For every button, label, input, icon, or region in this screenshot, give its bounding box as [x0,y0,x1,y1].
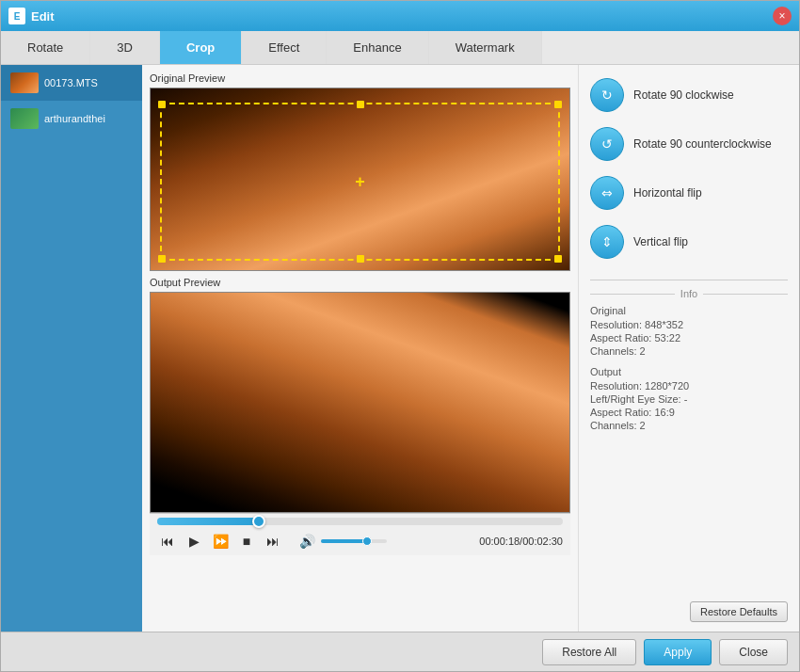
sidebar-item-label-2: arthurandthei [44,113,105,124]
app-icon: E [8,8,25,24]
volume-thumb[interactable] [362,536,372,546]
close-window-button[interactable]: × [773,7,792,25]
info-original-group: Original Resolution: 848*352 Aspect Rati… [590,305,788,357]
flip-h-label: Horizontal flip [633,186,702,200]
info-original-aspect: Aspect Ratio: 53:22 [590,332,788,344]
rotate-cw-row: ↻ Rotate 90 clockwise [590,74,788,116]
playback-controls: ⏮ ▶ ⏩ ■ ⏭ 🔊 00:00:18/00:02:30 [150,513,570,555]
skip-back-button[interactable]: ⏮ [157,531,178,552]
main-content: 00173.MTS arthurandthei Original Preview [1,65,799,632]
rotate-cw-icon[interactable]: ↻ [590,78,624,112]
thumb-image-2 [10,108,39,129]
sidebar-item-file2[interactable]: arthurandthei [1,101,142,136]
info-original-title: Original [590,305,788,316]
volume-fill [321,539,367,543]
apply-button[interactable]: Apply [644,639,712,665]
edit-window: E Edit × Rotate 3D Crop Effect Enhance W… [0,0,800,672]
info-output-eye-size: Left/Right Eye Size: - [590,393,788,405]
tab-crop[interactable]: Crop [160,31,242,64]
rotate-ccw-row: ↺ Rotate 90 counterclockwise [590,123,788,165]
flip-v-row: ⇕ Vertical flip [590,221,788,263]
close-button[interactable]: Close [719,639,788,665]
flip-h-row: ⇔ Horizontal flip [590,172,788,214]
rotate-ccw-icon[interactable]: ↺ [590,127,624,161]
restore-all-button[interactable]: Restore All [542,639,636,665]
flip-v-icon[interactable]: ⇕ [590,225,624,259]
volume-container: 🔊 [296,531,387,552]
bottom-bar: Restore All Apply Close [1,632,799,671]
right-panel: ↻ Rotate 90 clockwise ↺ Rotate 90 counte… [578,65,799,632]
play-button[interactable]: ▶ [184,531,204,552]
original-preview-label: Original Preview [150,72,570,84]
skip-forward-button[interactable]: ⏭ [263,531,283,552]
tab-3d[interactable]: 3D [90,31,160,64]
tab-bar: Rotate 3D Crop Effect Enhance Watermark [1,31,799,65]
progress-bar-container[interactable] [157,518,563,525]
restore-defaults-button[interactable]: Restore Defaults [690,601,788,622]
center-panel: Original Preview + Output Preview [142,65,578,632]
info-section: Info Original Resolution: 848*352 Aspect… [590,280,788,440]
progress-bar-fill [157,518,259,525]
output-preview-label: Output Preview [150,277,570,288]
info-title: Info [590,288,788,299]
time-display: 00:00:18/00:02:30 [479,536,563,547]
tab-watermark[interactable]: Watermark [429,31,542,64]
info-output-channels: Channels: 2 [590,420,788,431]
progress-thumb[interactable] [252,515,265,528]
tab-rotate[interactable]: Rotate [1,31,90,64]
info-output-title: Output [590,366,788,377]
original-preview: + [150,88,570,271]
sidebar-thumb-2 [10,108,39,129]
output-preview [150,292,570,513]
sidebar: 00173.MTS arthurandthei [1,65,142,632]
tab-enhance[interactable]: Enhance [327,31,428,64]
info-output-aspect: Aspect Ratio: 16:9 [590,407,788,418]
stop-button[interactable]: ■ [236,531,257,552]
tab-effect[interactable]: Effect [242,31,327,64]
volume-bar[interactable] [321,539,387,543]
sidebar-item-label-1: 00173.MTS [44,77,98,88]
title-bar: E Edit × [1,1,799,31]
info-output-resolution: Resolution: 1280*720 [590,380,788,392]
fast-forward-button[interactable]: ⏩ [210,531,231,552]
thumb-image-1 [10,72,39,93]
flip-h-icon[interactable]: ⇔ [590,176,624,210]
rotate-ccw-label: Rotate 90 counterclockwise [633,137,772,151]
info-output-group: Output Resolution: 1280*720 Left/Right E… [590,366,788,431]
original-video-frame [151,88,569,270]
sidebar-thumb-1 [10,72,39,93]
info-original-channels: Channels: 2 [590,345,788,357]
window-title: Edit [31,9,773,24]
rotate-cw-label: Rotate 90 clockwise [633,88,734,102]
sidebar-item-file1[interactable]: 00173.MTS [1,65,142,101]
flip-v-label: Vertical flip [633,235,688,248]
controls-row: ⏮ ▶ ⏩ ■ ⏭ 🔊 00:00:18/00:02:30 [157,531,563,552]
output-video-frame [151,293,569,512]
info-original-resolution: Resolution: 848*352 [590,319,788,330]
volume-icon[interactable]: 🔊 [296,531,317,552]
